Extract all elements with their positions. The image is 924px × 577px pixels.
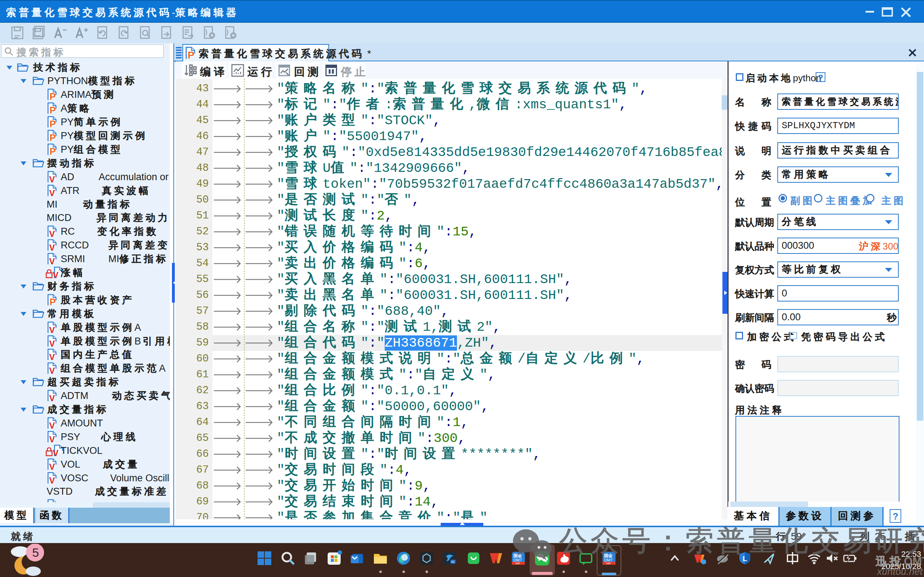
svg-text:V: V [49,434,55,443]
svg-text:P: P [50,118,56,128]
svg-text:P: P [50,297,56,306]
svg-text:P: P [50,146,56,156]
svg-text:V: V [49,366,55,374]
svg-text:V: V [53,448,58,457]
svg-text:V: V [49,188,55,197]
svg-text:AI: AI [451,560,455,564]
svg-text:P: P [188,50,194,60]
svg-text:V: V [49,325,55,334]
svg-text:VIP: VIP [606,562,611,565]
svg-text:P: P [50,91,56,101]
svg-text:5: 5 [32,546,39,559]
svg-text:V: V [49,339,55,347]
svg-text:P: P [50,105,56,114]
svg-text:V: V [49,352,55,361]
svg-text:P: P [50,132,56,142]
svg-text:V: V [49,421,55,429]
svg-text:V: V [49,475,55,484]
svg-text:V: V [49,256,55,265]
svg-text:V: V [49,174,55,183]
svg-text:V: V [49,229,55,238]
svg-text:V: V [49,243,55,251]
svg-text:V: V [49,462,55,471]
svg-text:V: V [53,270,58,279]
svg-text:V: V [49,393,55,402]
